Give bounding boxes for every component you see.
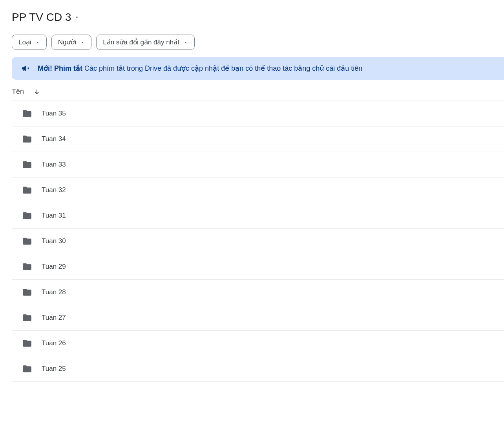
folder-title[interactable]: PP TV CD 3 <box>12 11 71 24</box>
folder-name: Tuan 34 <box>42 135 66 143</box>
folder-list: Tuan 35 Tuan 34 Tuan 33 Tuan 32 Tuan 31 <box>12 101 504 382</box>
folder-name: Tuan 30 <box>42 237 66 245</box>
folder-name: Tuan 26 <box>42 339 66 347</box>
filter-bar: Loại Người Lần sửa đổi gần đây nhất <box>12 35 504 50</box>
folder-row[interactable]: Tuan 32 <box>12 178 504 203</box>
filter-people[interactable]: Người <box>51 35 92 50</box>
filter-type-label: Loại <box>18 38 31 46</box>
caret-down-icon <box>80 40 85 45</box>
filter-modified[interactable]: Lần sửa đổi gần đây nhất <box>96 35 195 50</box>
arrow-down-icon[interactable] <box>33 88 40 95</box>
folder-row[interactable]: Tuan 28 <box>12 280 504 305</box>
folder-row[interactable]: Tuan 30 <box>12 229 504 254</box>
filter-people-label: Người <box>58 38 77 46</box>
folder-icon <box>22 262 32 272</box>
info-banner: Mới! Phím tắt Các phím tắt trong Drive đ… <box>12 57 504 80</box>
folder-icon <box>22 338 32 348</box>
folder-name: Tuan 25 <box>42 365 66 373</box>
breadcrumb[interactable]: PP TV CD 3 <box>12 11 504 24</box>
banner-message: Các phím tắt trong Drive đã được cập nhậ… <box>82 64 362 72</box>
folder-name: Tuan 31 <box>42 212 66 220</box>
folder-row[interactable]: Tuan 29 <box>12 254 504 280</box>
folder-name: Tuan 32 <box>42 186 66 194</box>
folder-name: Tuan 35 <box>42 110 66 117</box>
folder-icon <box>22 185 32 195</box>
folder-icon <box>22 211 32 221</box>
column-header-name[interactable]: Tên <box>12 88 24 96</box>
folder-name: Tuan 28 <box>42 288 66 296</box>
banner-text: Mới! Phím tắt Các phím tắt trong Drive đ… <box>38 64 362 73</box>
folder-name: Tuan 29 <box>42 263 66 271</box>
caret-down-icon[interactable] <box>74 15 80 20</box>
banner-bold: Mới! Phím tắt <box>38 64 82 72</box>
folder-icon <box>22 313 32 323</box>
folder-icon <box>22 108 32 119</box>
folder-icon <box>22 134 32 144</box>
folder-icon <box>22 287 32 297</box>
caret-down-icon <box>183 40 188 45</box>
caret-down-icon <box>35 40 40 45</box>
folder-icon <box>22 236 32 246</box>
folder-icon <box>22 364 32 374</box>
folder-name: Tuan 27 <box>42 314 66 322</box>
folder-row[interactable]: Tuan 25 <box>12 356 504 382</box>
folder-icon <box>22 159 32 170</box>
folder-name: Tuan 33 <box>42 161 66 169</box>
folder-row[interactable]: Tuan 33 <box>12 152 504 178</box>
folder-row[interactable]: Tuan 27 <box>12 305 504 331</box>
filter-modified-label: Lần sửa đổi gần đây nhất <box>103 38 179 46</box>
table-header: Tên <box>12 81 504 101</box>
folder-row[interactable]: Tuan 34 <box>12 126 504 152</box>
folder-row[interactable]: Tuan 35 <box>12 101 504 126</box>
filter-type[interactable]: Loại <box>12 35 47 50</box>
folder-row[interactable]: Tuan 26 <box>12 331 504 356</box>
megaphone-icon <box>21 64 30 73</box>
folder-row[interactable]: Tuan 31 <box>12 203 504 229</box>
